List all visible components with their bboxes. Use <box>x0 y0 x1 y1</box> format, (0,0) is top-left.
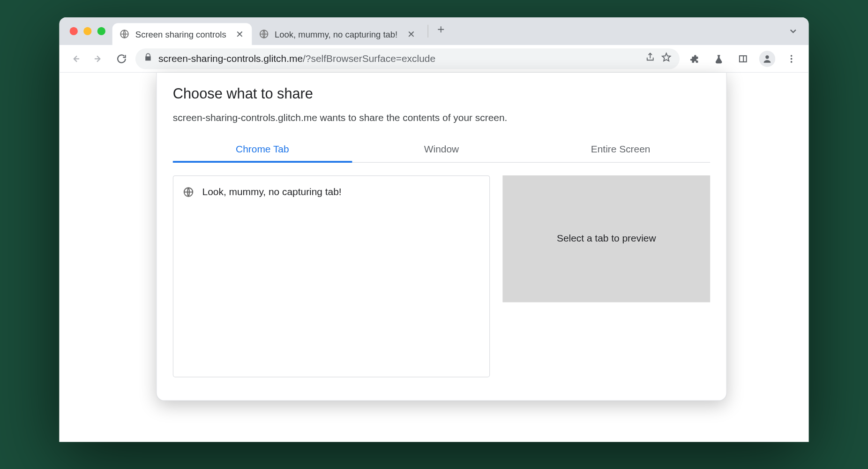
window-minimize-button[interactable] <box>83 27 91 35</box>
browser-tab-active[interactable]: Screen sharing controls ✕ <box>112 23 252 45</box>
address-bar[interactable]: screen-sharing-controls.glitch.me/?selfB… <box>135 48 680 69</box>
picker-subtitle: screen-sharing-controls.glitch.me wants … <box>173 113 710 124</box>
toolbar-actions <box>684 51 802 67</box>
nav-back-button[interactable] <box>66 49 84 68</box>
shareable-tab-list: Look, mummy, no capturing tab! <box>173 175 490 377</box>
browser-window: Screen sharing controls ✕ Look, mummy, n… <box>60 17 809 442</box>
svg-point-6 <box>791 58 793 60</box>
tab-title: Screen sharing controls <box>135 29 226 39</box>
globe-icon <box>259 29 269 39</box>
bookmark-icon[interactable] <box>661 52 672 65</box>
nav-reload-button[interactable] <box>112 49 131 68</box>
shareable-tab-item[interactable]: Look, mummy, no capturing tab! <box>180 183 483 201</box>
tab-title: Look, mummy, no capturing tab! <box>275 29 397 39</box>
sidepanel-button[interactable] <box>735 51 751 67</box>
share-icon[interactable] <box>645 52 655 65</box>
extensions-button[interactable] <box>687 51 703 67</box>
shareable-tab-title: Look, mummy, no capturing tab! <box>202 186 342 198</box>
tab-close-button[interactable]: ✕ <box>405 29 416 39</box>
window-zoom-button[interactable] <box>97 27 105 35</box>
picker-body: Look, mummy, no capturing tab! Select a … <box>173 175 710 377</box>
picker-tab-window[interactable]: Window <box>352 137 531 162</box>
browser-tab[interactable]: Look, mummy, no capturing tab! ✕ <box>252 23 423 45</box>
svg-point-5 <box>791 55 793 57</box>
tab-search-button[interactable] <box>788 26 798 36</box>
tab-separator <box>427 25 428 38</box>
svg-point-7 <box>791 61 793 62</box>
tab-strip: Screen sharing controls ✕ Look, mummy, n… <box>60 17 809 45</box>
labs-button[interactable] <box>711 51 726 67</box>
chevron-down-icon <box>788 26 798 36</box>
picker-title: Choose what to share <box>173 85 710 102</box>
url-text: screen-sharing-controls.glitch.me/?selfB… <box>158 53 639 65</box>
picker-tabs: Chrome Tab Window Entire Screen <box>173 137 710 163</box>
picker-tab-chrome-tab[interactable]: Chrome Tab <box>173 137 352 162</box>
svg-point-4 <box>765 55 769 58</box>
window-close-button[interactable] <box>70 27 78 35</box>
globe-icon <box>183 186 195 198</box>
new-tab-button[interactable] <box>433 23 449 39</box>
profile-button[interactable] <box>759 51 775 67</box>
tab-close-button[interactable]: ✕ <box>234 29 245 39</box>
lock-icon <box>143 53 153 65</box>
screen-share-picker: Choose what to share screen-sharing-cont… <box>156 73 727 401</box>
preview-placeholder: Select a tab to preview <box>557 233 656 245</box>
url-path: /?selfBrowserSurface=exclude <box>303 53 435 64</box>
picker-tab-entire-screen[interactable]: Entire Screen <box>531 137 710 162</box>
globe-icon <box>119 29 129 39</box>
window-controls <box>66 27 112 35</box>
kebab-menu-button[interactable] <box>783 51 799 67</box>
nav-forward-button[interactable] <box>89 49 107 68</box>
page-content: Choose what to share screen-sharing-cont… <box>60 73 809 442</box>
preview-panel: Select a tab to preview <box>502 175 710 303</box>
url-host: screen-sharing-controls.glitch.me <box>158 53 303 64</box>
browser-toolbar: screen-sharing-controls.glitch.me/?selfB… <box>60 45 809 73</box>
